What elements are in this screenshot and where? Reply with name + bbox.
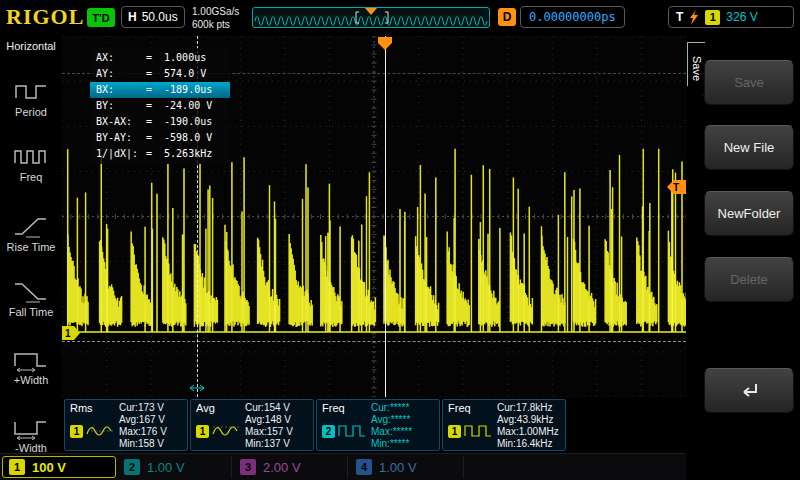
trigger-delay-readout[interactable]: D 0.00000000ps: [498, 6, 625, 28]
channel-2-status[interactable]: 2 1.00 V: [118, 456, 232, 478]
sidebar-item-plus-width[interactable]: +Width: [0, 326, 62, 386]
channel-1-status[interactable]: 1 100 V: [2, 456, 116, 478]
menu-button-back[interactable]: [704, 368, 794, 413]
channel-status-bar: 1 100 V 2 1.00 V 3 2.00 V 4 1.00 V: [0, 453, 800, 480]
top-bar: RIGOL T'D H 50.0us 1.00GSa/s 600k pts D …: [0, 0, 800, 36]
cursor-row-inv-dx: 1/|dX|: = 5.263kHz: [90, 146, 230, 162]
sidebar-item-period[interactable]: Period: [0, 58, 62, 118]
rise-time-icon: [13, 213, 49, 239]
trigger-source-badge: 1: [705, 10, 720, 25]
period-icon: [13, 78, 49, 104]
delay-label: D: [498, 8, 516, 26]
menu-tab-save[interactable]: Save: [687, 42, 705, 96]
cursor-measurement-panel: AX: = 1.000us AY: = 574.0 V BX: = -189.0…: [90, 48, 230, 164]
return-arrow-icon: [736, 381, 762, 401]
menu-button-new-folder[interactable]: NewFolder: [704, 191, 794, 236]
measurement-box-avg[interactable]: Avg 1 Cur:154 V Avg:148 V Max:157 V Min:…: [190, 399, 314, 451]
sidebar-item-rise-time[interactable]: Rise Time: [0, 193, 62, 253]
measurement-box-rms[interactable]: Rms 1 Cur:173 V Avg:167 V Max:176 V Min:…: [64, 399, 188, 451]
delay-value: 0.00000000ps: [520, 6, 625, 28]
channel-2-badge: 2: [322, 425, 335, 438]
cursor-row-ay: AY: = 574.0 V: [90, 66, 230, 82]
trigger-status-badge: T'D: [87, 8, 115, 27]
memory-depth: 600k pts: [192, 18, 239, 31]
sidebar-item-minus-width[interactable]: -Width: [0, 394, 62, 454]
cursor-row-bx-selected: BX: = -189.0us: [90, 82, 230, 98]
trigger-position-marker[interactable]: [365, 8, 377, 15]
freq-icon: [13, 143, 49, 169]
acquisition-info: 1.00GSa/s 600k pts: [192, 5, 239, 31]
measure-sidebar: Horizontal Period Freq Rise Time Fall Ti…: [0, 36, 62, 453]
edge-trigger-icon: [689, 10, 699, 25]
sample-rate: 1.00GSa/s: [192, 5, 239, 18]
cursor-row-by: BY: = -24.00 V: [90, 98, 230, 114]
trigger-level-value: 326 V: [726, 10, 757, 24]
freq-waveform-icon: [464, 422, 492, 440]
channel-3-status[interactable]: 3 2.00 V: [234, 456, 348, 478]
channel-4-status[interactable]: 4 1.00 V: [350, 456, 464, 478]
measurement-box-freq-ch2[interactable]: Freq 2 Cur:***** Avg:***** Max:***** Min…: [316, 399, 440, 451]
timebase-waveform-preview: [253, 8, 489, 27]
softkey-menu: Save Save New File NewFolder Delete: [686, 36, 800, 480]
cursor-row-ax: AX: = 1.000us: [90, 50, 230, 66]
menu-button-delete[interactable]: Delete: [704, 257, 794, 302]
plus-width-icon: [13, 346, 49, 372]
sidebar-item-fall-time[interactable]: Fall Time: [0, 258, 62, 318]
channel-1-badge: 1: [196, 425, 209, 438]
freq-waveform-icon: [338, 422, 366, 440]
horizontal-label: H: [128, 10, 137, 24]
waveform-display: 1 T AX: = 1.000us AY: = 574.0 V BX: = -1…: [62, 36, 686, 397]
menu-button-new-file[interactable]: New File: [704, 125, 794, 170]
rms-waveform-icon: [86, 422, 114, 440]
cursor-row-by-ay: BY-AY: = -598.0 V: [90, 130, 230, 146]
sidebar-title: Horizontal: [0, 40, 62, 52]
cursor-row-bx-ax: BX-AX: = -190.0us: [90, 114, 230, 130]
timebase-map[interactable]: [252, 7, 490, 28]
trigger-label: T: [676, 10, 683, 24]
measurement-bar: Rms 1 Cur:173 V Avg:167 V Max:176 V Min:…: [62, 398, 686, 453]
minus-width-icon: [13, 414, 49, 440]
channel-1-badge: 1: [70, 425, 83, 438]
trigger-settings[interactable]: T 1 326 V: [668, 6, 794, 28]
cursor-a-vertical[interactable]: [385, 36, 386, 397]
brand-logo: RIGOL: [6, 4, 84, 30]
menu-button-save[interactable]: Save: [704, 60, 794, 105]
cursor-b-horizontal[interactable]: [62, 341, 686, 342]
horizontal-timebase-control[interactable]: H 50.0us: [121, 6, 185, 28]
avg-waveform-icon: [212, 422, 240, 440]
sidebar-item-freq[interactable]: Freq: [0, 123, 62, 183]
timebase-value: 50.0us: [142, 10, 178, 24]
measurement-box-freq-ch1[interactable]: Freq 1 Cur:17.8kHz Avg:43.9kHz Max:1.00M…: [442, 399, 566, 451]
fall-time-icon: [13, 278, 49, 304]
channel-1-badge: 1: [448, 425, 461, 438]
